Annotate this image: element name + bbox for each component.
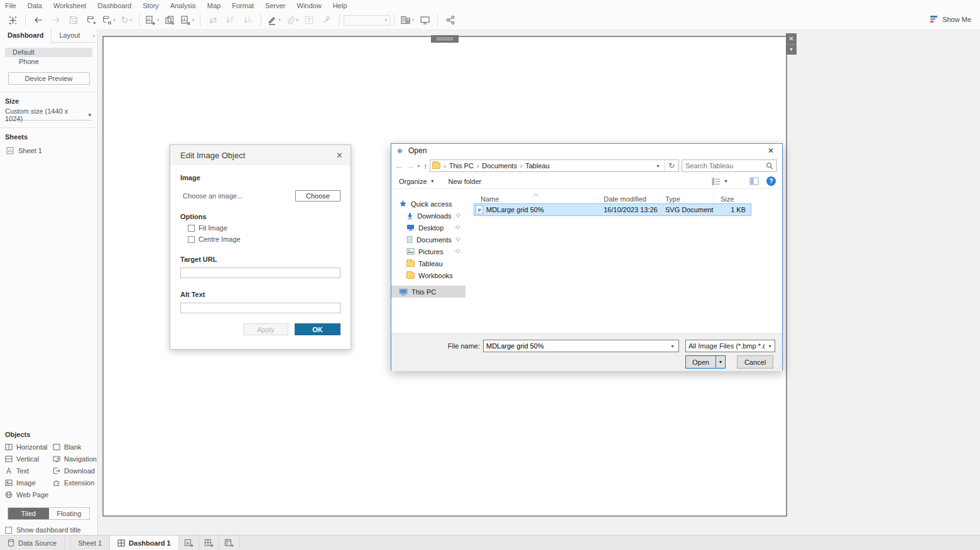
sheet-list-item[interactable]: Sheet 1	[0, 142, 97, 154]
save-button[interactable]	[66, 13, 81, 28]
search-input[interactable]	[685, 162, 760, 170]
column-type[interactable]: Type	[659, 195, 714, 203]
new-worksheet-tab-button[interactable]	[179, 536, 199, 550]
duplicate-sheet-button[interactable]	[162, 13, 177, 28]
centre-image-checkbox[interactable]	[188, 236, 195, 243]
help-icon[interactable]: ?	[766, 176, 776, 186]
menu-file[interactable]: File	[5, 2, 16, 9]
new-story-tab-button[interactable]	[219, 536, 239, 550]
device-preview-button[interactable]: Device Preview	[8, 72, 90, 85]
menu-dashboard[interactable]: Dashboard	[97, 2, 131, 9]
show-mark-labels-button[interactable]	[302, 13, 317, 28]
menu-map[interactable]: Map	[207, 2, 220, 9]
object-vertical[interactable]: Vertical	[5, 453, 53, 465]
breadcrumb-this-pc[interactable]: This PC	[449, 162, 474, 170]
close-icon[interactable]: ✕	[762, 146, 780, 155]
menu-format[interactable]: Format	[232, 2, 254, 9]
new-data-source-button[interactable]	[84, 13, 99, 28]
search-box[interactable]	[682, 159, 777, 172]
fit-selector-dropdown[interactable]: ▾	[344, 15, 390, 26]
breadcrumb-tableau[interactable]: Tableau	[525, 162, 550, 170]
sort-ascending-button[interactable]	[223, 13, 238, 28]
nav-downloads[interactable]: Downloads	[391, 210, 466, 222]
share-button[interactable]	[443, 13, 458, 28]
object-text[interactable]: Text	[5, 465, 53, 477]
zone-menu-icon[interactable]: ▼	[786, 44, 797, 55]
zone-drag-handle[interactable]	[431, 35, 459, 43]
tab-layout[interactable]: Layout	[52, 29, 87, 42]
file-row-selected[interactable]: e MDLarge grid 50% 16/10/2023 13:26 SVG …	[474, 204, 751, 215]
cancel-button[interactable]: Cancel	[737, 355, 773, 369]
target-url-input[interactable]	[180, 267, 340, 278]
floating-button[interactable]: Floating	[49, 508, 90, 519]
object-navigation[interactable]: Navigation	[53, 453, 97, 465]
refresh-data-button[interactable]: ↻▾	[119, 13, 134, 28]
menu-window[interactable]: Window	[297, 2, 322, 9]
nav-pictures[interactable]: Pictures	[391, 245, 466, 257]
nav-quick-access[interactable]: Quick access	[391, 198, 466, 210]
pause-auto-updates-button[interactable]: ▾	[101, 13, 116, 28]
address-bar[interactable]: › This PC › Documents › Tableau ▼ ↻	[430, 159, 679, 172]
redo-button[interactable]	[48, 13, 63, 28]
column-name[interactable]: Name	[474, 195, 597, 203]
object-extension[interactable]: Extension	[53, 477, 97, 488]
object-download[interactable]: Download	[53, 465, 97, 477]
undo-button[interactable]	[31, 13, 46, 28]
tab-dashboard-1[interactable]: Dashboard 1	[110, 536, 179, 550]
object-horizontal[interactable]: Horizontal	[5, 441, 53, 453]
menu-story[interactable]: Story	[143, 2, 159, 9]
open-dropdown-icon[interactable]: ▼	[716, 356, 725, 368]
menu-help[interactable]: Help	[333, 2, 347, 9]
ok-button[interactable]: OK	[295, 323, 340, 335]
refresh-icon[interactable]: ↻	[665, 161, 678, 170]
nav-this-pc[interactable]: This PC	[391, 286, 466, 298]
fix-axes-button[interactable]	[319, 13, 334, 28]
clear-sheet-button[interactable]: ▾	[180, 13, 195, 28]
collapse-pane-icon[interactable]: ‹	[88, 29, 101, 42]
object-blank[interactable]: Blank	[53, 441, 97, 453]
close-icon[interactable]: ✕	[336, 151, 343, 160]
nav-workbooks-folder[interactable]: Workbooks	[391, 269, 466, 281]
alt-text-input[interactable]	[180, 303, 340, 313]
choose-button[interactable]: Choose	[295, 190, 340, 202]
new-worksheet-button[interactable]: ▾	[144, 13, 160, 28]
group-members-button[interactable]: ▾	[284, 13, 299, 28]
sort-descending-button[interactable]	[241, 13, 256, 28]
tab-data-source[interactable]: Data Source	[0, 536, 65, 550]
recent-locations-icon[interactable]: ▼	[416, 164, 421, 168]
file-type-dropdown[interactable]: All Image Files (*.bmp *.dib *.er ▼	[685, 340, 775, 352]
tab-dashboard[interactable]: Dashboard	[0, 29, 52, 43]
object-image[interactable]: Image	[5, 477, 53, 488]
resize-grip[interactable]: ⋰	[776, 364, 781, 370]
fit-image-checkbox[interactable]	[188, 225, 195, 232]
forward-icon[interactable]: →	[406, 161, 414, 171]
up-icon[interactable]: ↑	[423, 161, 428, 171]
presentation-mode-button[interactable]	[417, 13, 432, 28]
chevron-down-icon[interactable]: ▼	[667, 344, 678, 348]
zone-remove-icon[interactable]: ✕	[786, 33, 797, 44]
device-phone-item[interactable]: Phone	[5, 57, 92, 67]
show-hide-cards-button[interactable]: ▾	[400, 13, 415, 28]
swap-rows-columns-button[interactable]: ⇄	[205, 13, 220, 28]
show-me-button[interactable]: Show Me	[930, 15, 971, 23]
menu-server[interactable]: Server	[265, 2, 285, 9]
back-icon[interactable]: ←	[395, 161, 403, 171]
device-default-item[interactable]: Default	[5, 48, 92, 57]
highlight-button[interactable]: ▾	[266, 13, 281, 28]
view-mode-button[interactable]: ▼	[712, 178, 728, 185]
new-dashboard-tab-button[interactable]	[199, 536, 219, 550]
nav-tableau-folder[interactable]: Tableau	[391, 257, 466, 269]
menu-worksheet[interactable]: Worksheet	[53, 2, 86, 9]
column-date-modified[interactable]: Date modified	[597, 195, 659, 203]
size-dropdown[interactable]: Custom size (1440 x 1024) ▼	[5, 110, 92, 121]
address-dropdown-icon[interactable]: ▼	[652, 160, 665, 171]
menu-analysis[interactable]: Analysis	[170, 2, 196, 9]
file-name-input[interactable]	[484, 342, 667, 350]
nav-documents[interactable]: Documents	[391, 234, 466, 245]
open-button[interactable]: Open	[686, 356, 716, 368]
preview-pane-icon[interactable]	[749, 177, 759, 185]
tiled-button[interactable]: Tiled	[8, 508, 49, 519]
tab-sheet-1[interactable]: Sheet 1	[70, 536, 110, 550]
breadcrumb-documents[interactable]: Documents	[482, 162, 517, 170]
show-dashboard-title-checkbox[interactable]	[5, 527, 12, 534]
